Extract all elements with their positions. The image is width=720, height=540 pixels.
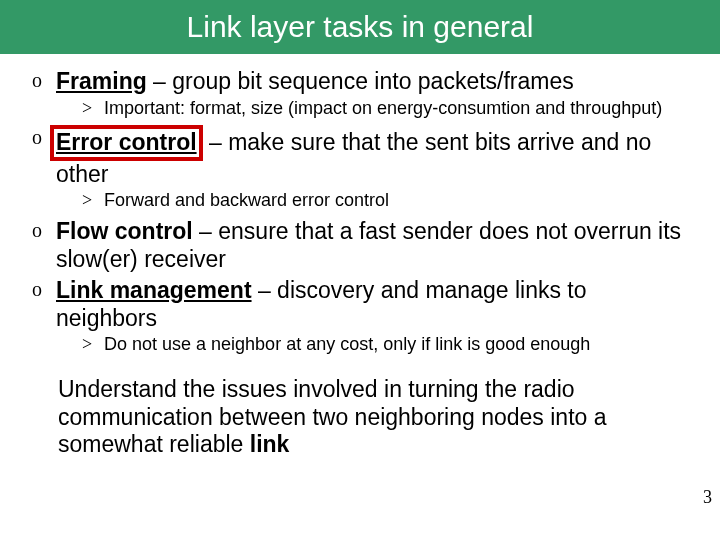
- sub-list: Do not use a neighbor at any cost, only …: [56, 334, 692, 356]
- slide-title: Link layer tasks in general: [187, 10, 534, 44]
- sub-item: Forward and backward error control: [56, 190, 692, 212]
- slide-content: Framing – group bit sequence into packet…: [0, 54, 720, 459]
- term-error-control: Error control: [56, 129, 197, 155]
- term-framing: Framing: [56, 68, 147, 94]
- slide: Link layer tasks in general Framing – gr…: [0, 0, 720, 540]
- title-bar: Link layer tasks in general: [0, 0, 720, 54]
- bullet-framing: Framing – group bit sequence into packet…: [28, 68, 692, 119]
- sub-item: Do not use a neighbor at any cost, only …: [56, 334, 692, 356]
- bullet-error-control: Error control – make sure that the sent …: [28, 125, 692, 212]
- sub-item: Important: format, size (impact on energ…: [56, 98, 692, 120]
- bullet-link-management: Link management – discovery and manage l…: [28, 277, 692, 356]
- term-flow-control: Flow control: [56, 218, 193, 244]
- bullet-flow-control: Flow control – ensure that a fast sender…: [28, 218, 692, 273]
- highlight-box: Error control: [50, 125, 203, 161]
- summary-bold: link: [250, 431, 290, 457]
- page-number: 3: [703, 487, 712, 508]
- rest-framing: – group bit sequence into packets/frames: [147, 68, 574, 94]
- sub-list: Forward and backward error control: [56, 190, 692, 212]
- summary-text: Understand the issues involved in turnin…: [28, 362, 692, 459]
- summary-pre: Understand the issues involved in turnin…: [58, 376, 607, 457]
- sub-list: Important: format, size (impact on energ…: [56, 98, 692, 120]
- term-link-management: Link management: [56, 277, 252, 303]
- bullet-list: Framing – group bit sequence into packet…: [28, 68, 692, 356]
